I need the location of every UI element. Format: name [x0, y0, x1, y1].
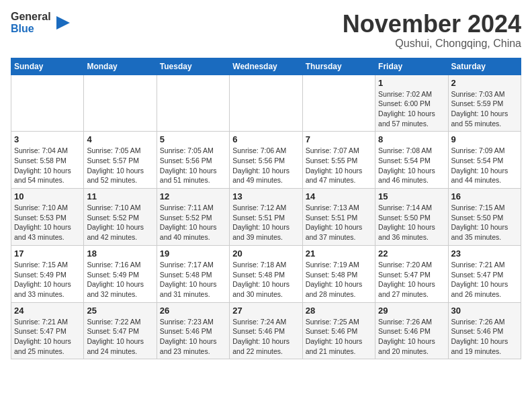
day-info: Sunrise: 7:17 AMSunset: 5:48 PMDaylight:…	[160, 260, 226, 300]
calendar-cell	[157, 75, 229, 132]
day-number: 28	[306, 306, 372, 316]
calendar-cell: 27Sunrise: 7:24 AMSunset: 5:46 PMDayligh…	[230, 302, 302, 359]
day-info: Sunrise: 7:03 AMSunset: 5:59 PMDaylight:…	[451, 89, 518, 129]
calendar-cell: 22Sunrise: 7:20 AMSunset: 5:47 PMDayligh…	[375, 245, 448, 302]
day-info: Sunrise: 7:18 AMSunset: 5:48 PMDaylight:…	[232, 260, 299, 300]
calendar-cell: 6Sunrise: 7:06 AMSunset: 5:56 PMDaylight…	[230, 132, 302, 189]
weekday-header-saturday: Saturday	[448, 58, 521, 75]
logo-triangle-icon	[54, 13, 73, 32]
day-number: 29	[378, 306, 445, 316]
calendar-cell: 11Sunrise: 7:10 AMSunset: 5:52 PMDayligh…	[84, 189, 157, 246]
calendar-cell: 26Sunrise: 7:23 AMSunset: 5:46 PMDayligh…	[157, 302, 229, 359]
day-info: Sunrise: 7:09 AMSunset: 5:54 PMDaylight:…	[451, 146, 518, 185]
day-number: 22	[378, 248, 445, 259]
page-header: General Blue November 2024 Qushui, Chong…	[11, 11, 521, 50]
logo-wordmark: General Blue	[11, 11, 51, 34]
day-number: 15	[378, 191, 445, 201]
day-number: 9	[451, 134, 518, 144]
calendar-cell	[11, 75, 84, 132]
day-info: Sunrise: 7:15 AMSunset: 5:49 PMDaylight:…	[14, 260, 81, 300]
calendar-cell: 10Sunrise: 7:10 AMSunset: 5:53 PMDayligh…	[11, 189, 84, 246]
day-info: Sunrise: 7:21 AMSunset: 5:47 PMDaylight:…	[451, 260, 518, 300]
day-number: 11	[87, 191, 153, 201]
weekday-header-friday: Friday	[375, 58, 448, 75]
day-number: 26	[160, 306, 226, 316]
calendar-cell: 23Sunrise: 7:21 AMSunset: 5:47 PMDayligh…	[448, 245, 521, 302]
day-info: Sunrise: 7:25 AMSunset: 5:46 PMDaylight:…	[306, 317, 372, 357]
weekday-header-wednesday: Wednesday	[230, 58, 302, 75]
calendar-cell: 14Sunrise: 7:13 AMSunset: 5:51 PMDayligh…	[302, 189, 375, 246]
day-number: 18	[87, 248, 153, 259]
calendar-cell: 4Sunrise: 7:05 AMSunset: 5:57 PMDaylight…	[84, 132, 157, 189]
day-info: Sunrise: 7:05 AMSunset: 5:57 PMDaylight:…	[87, 146, 153, 185]
day-info: Sunrise: 7:14 AMSunset: 5:50 PMDaylight:…	[378, 203, 445, 242]
day-number: 7	[306, 134, 372, 144]
day-number: 16	[451, 191, 518, 201]
day-number: 27	[232, 306, 299, 316]
calendar-cell: 7Sunrise: 7:07 AMSunset: 5:55 PMDaylight…	[302, 132, 375, 189]
day-info: Sunrise: 7:22 AMSunset: 5:47 PMDaylight:…	[87, 317, 153, 357]
calendar-cell: 17Sunrise: 7:15 AMSunset: 5:49 PMDayligh…	[11, 245, 84, 302]
day-info: Sunrise: 7:13 AMSunset: 5:51 PMDaylight:…	[306, 203, 372, 242]
calendar-cell: 1Sunrise: 7:02 AMSunset: 6:00 PMDaylight…	[375, 75, 448, 132]
calendar-table: SundayMondayTuesdayWednesdayThursdayFrid…	[11, 58, 521, 360]
day-info: Sunrise: 7:06 AMSunset: 5:56 PMDaylight:…	[232, 146, 299, 185]
day-info: Sunrise: 7:04 AMSunset: 5:58 PMDaylight:…	[14, 146, 81, 185]
day-info: Sunrise: 7:24 AMSunset: 5:46 PMDaylight:…	[232, 317, 299, 357]
day-info: Sunrise: 7:12 AMSunset: 5:51 PMDaylight:…	[232, 203, 299, 242]
calendar-cell	[302, 75, 375, 132]
day-info: Sunrise: 7:23 AMSunset: 5:46 PMDaylight:…	[160, 317, 226, 357]
weekday-header-thursday: Thursday	[302, 58, 375, 75]
calendar-cell: 28Sunrise: 7:25 AMSunset: 5:46 PMDayligh…	[302, 302, 375, 359]
day-info: Sunrise: 7:19 AMSunset: 5:48 PMDaylight:…	[306, 260, 372, 300]
day-number: 5	[160, 134, 226, 144]
day-number: 1	[378, 78, 445, 88]
title-block: November 2024 Qushui, Chongqing, China	[343, 11, 521, 50]
calendar-cell: 29Sunrise: 7:26 AMSunset: 5:46 PMDayligh…	[375, 302, 448, 359]
day-number: 8	[378, 134, 445, 144]
calendar-cell: 20Sunrise: 7:18 AMSunset: 5:48 PMDayligh…	[230, 245, 302, 302]
day-info: Sunrise: 7:11 AMSunset: 5:52 PMDaylight:…	[160, 203, 226, 242]
calendar-cell: 16Sunrise: 7:15 AMSunset: 5:50 PMDayligh…	[448, 189, 521, 246]
day-number: 21	[306, 248, 372, 259]
day-info: Sunrise: 7:26 AMSunset: 5:46 PMDaylight:…	[378, 317, 445, 357]
day-number: 10	[14, 191, 81, 201]
calendar-cell: 18Sunrise: 7:16 AMSunset: 5:49 PMDayligh…	[84, 245, 157, 302]
calendar-cell: 12Sunrise: 7:11 AMSunset: 5:52 PMDayligh…	[157, 189, 229, 246]
day-info: Sunrise: 7:20 AMSunset: 5:47 PMDaylight:…	[378, 260, 445, 300]
calendar-cell: 25Sunrise: 7:22 AMSunset: 5:47 PMDayligh…	[84, 302, 157, 359]
location-subtitle: Qushui, Chongqing, China	[343, 38, 521, 50]
day-info: Sunrise: 7:08 AMSunset: 5:54 PMDaylight:…	[378, 146, 445, 185]
calendar-cell: 8Sunrise: 7:08 AMSunset: 5:54 PMDaylight…	[375, 132, 448, 189]
weekday-header-sunday: Sunday	[11, 58, 84, 75]
day-number: 17	[14, 248, 81, 259]
day-number: 25	[87, 306, 153, 316]
day-number: 20	[232, 248, 299, 259]
month-title: November 2024	[343, 11, 521, 38]
weekday-header-monday: Monday	[84, 58, 157, 75]
day-info: Sunrise: 7:10 AMSunset: 5:52 PMDaylight:…	[87, 203, 153, 242]
calendar-cell: 9Sunrise: 7:09 AMSunset: 5:54 PMDaylight…	[448, 132, 521, 189]
day-number: 2	[451, 78, 518, 88]
calendar-cell: 21Sunrise: 7:19 AMSunset: 5:48 PMDayligh…	[302, 245, 375, 302]
day-number: 23	[451, 248, 518, 259]
day-info: Sunrise: 7:16 AMSunset: 5:49 PMDaylight:…	[87, 260, 153, 300]
day-number: 19	[160, 248, 226, 259]
day-info: Sunrise: 7:10 AMSunset: 5:53 PMDaylight:…	[14, 203, 81, 242]
calendar-cell: 2Sunrise: 7:03 AMSunset: 5:59 PMDaylight…	[448, 75, 521, 132]
calendar-cell	[230, 75, 302, 132]
day-number: 12	[160, 191, 226, 201]
day-info: Sunrise: 7:05 AMSunset: 5:56 PMDaylight:…	[160, 146, 226, 185]
day-number: 4	[87, 134, 153, 144]
calendar-cell: 19Sunrise: 7:17 AMSunset: 5:48 PMDayligh…	[157, 245, 229, 302]
day-number: 13	[232, 191, 299, 201]
calendar-cell	[84, 75, 157, 132]
logo: General Blue	[11, 11, 73, 34]
day-number: 14	[306, 191, 372, 201]
day-number: 6	[232, 134, 299, 144]
svg-marker-0	[56, 16, 70, 30]
day-number: 3	[14, 134, 81, 144]
day-info: Sunrise: 7:02 AMSunset: 6:00 PMDaylight:…	[378, 89, 445, 129]
day-number: 30	[451, 306, 518, 316]
day-info: Sunrise: 7:21 AMSunset: 5:47 PMDaylight:…	[14, 317, 81, 357]
